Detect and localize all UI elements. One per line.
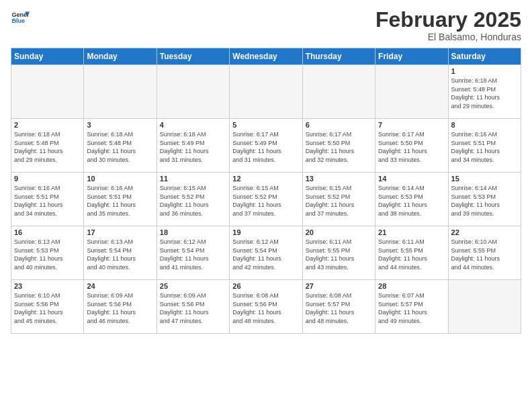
calendar-cell: 11Sunrise: 6:15 AM Sunset: 5:52 PM Dayli…: [157, 173, 229, 226]
col-monday: Monday: [84, 48, 157, 65]
calendar-cell: 20Sunrise: 6:11 AM Sunset: 5:55 PM Dayli…: [302, 226, 375, 280]
calendar-week-4: 23Sunrise: 6:10 AM Sunset: 5:56 PM Dayli…: [11, 280, 521, 334]
day-info: Sunrise: 6:13 AM Sunset: 5:53 PM Dayligh…: [14, 238, 81, 271]
day-info: Sunrise: 6:13 AM Sunset: 5:54 PM Dayligh…: [87, 238, 153, 271]
calendar-cell: [302, 65, 375, 119]
calendar-week-0: 1Sunrise: 6:18 AM Sunset: 5:48 PM Daylig…: [11, 65, 521, 119]
calendar-cell: 27Sunrise: 6:08 AM Sunset: 5:57 PM Dayli…: [302, 280, 375, 334]
calendar-cell: [11, 65, 84, 119]
day-info: Sunrise: 6:15 AM Sunset: 5:52 PM Dayligh…: [306, 184, 372, 218]
calendar-cell: 2Sunrise: 6:18 AM Sunset: 5:48 PM Daylig…: [11, 119, 84, 173]
day-info: Sunrise: 6:07 AM Sunset: 5:57 PM Dayligh…: [378, 291, 445, 325]
col-thursday: Thursday: [302, 48, 375, 65]
calendar-subtitle: El Balsamo, Honduras: [375, 32, 521, 42]
calendar-cell: 24Sunrise: 6:09 AM Sunset: 5:56 PM Dayli…: [84, 280, 157, 334]
day-number: 6: [306, 121, 372, 129]
day-info: Sunrise: 6:16 AM Sunset: 5:51 PM Dayligh…: [87, 184, 153, 218]
day-info: Sunrise: 6:08 AM Sunset: 5:56 PM Dayligh…: [232, 291, 299, 325]
day-number: 19: [232, 228, 299, 236]
calendar-cell: 18Sunrise: 6:12 AM Sunset: 5:54 PM Dayli…: [157, 226, 229, 280]
day-number: 27: [306, 282, 372, 290]
day-info: Sunrise: 6:14 AM Sunset: 5:53 PM Dayligh…: [451, 184, 518, 218]
header-row: Sunday Monday Tuesday Wednesday Thursday…: [11, 48, 521, 65]
calendar-cell: 14Sunrise: 6:14 AM Sunset: 5:53 PM Dayli…: [375, 173, 448, 226]
header: General Blue February 2025 El Balsamo, H…: [11, 8, 521, 42]
day-info: Sunrise: 6:15 AM Sunset: 5:52 PM Dayligh…: [232, 184, 299, 218]
day-info: Sunrise: 6:10 AM Sunset: 5:56 PM Dayligh…: [14, 291, 81, 325]
day-number: 11: [160, 175, 226, 183]
day-number: 18: [160, 228, 226, 236]
day-number: 14: [378, 175, 445, 183]
col-friday: Friday: [375, 48, 448, 65]
calendar-title: February 2025: [375, 8, 521, 32]
col-saturday: Saturday: [448, 48, 521, 65]
day-number: 12: [232, 175, 299, 183]
day-info: Sunrise: 6:17 AM Sunset: 5:50 PM Dayligh…: [378, 130, 445, 164]
day-number: 22: [451, 228, 518, 236]
calendar-cell: 25Sunrise: 6:09 AM Sunset: 5:56 PM Dayli…: [157, 280, 229, 334]
day-info: Sunrise: 6:09 AM Sunset: 5:56 PM Dayligh…: [87, 291, 153, 325]
day-number: 7: [378, 121, 445, 129]
col-tuesday: Tuesday: [157, 48, 229, 65]
calendar-cell: [157, 65, 229, 119]
calendar-cell: 5Sunrise: 6:17 AM Sunset: 5:49 PM Daylig…: [230, 119, 302, 173]
calendar-cell: 9Sunrise: 6:16 AM Sunset: 5:51 PM Daylig…: [11, 173, 84, 226]
col-wednesday: Wednesday: [230, 48, 302, 65]
page: General Blue February 2025 El Balsamo, H…: [0, 0, 532, 411]
day-number: 13: [306, 175, 372, 183]
day-info: Sunrise: 6:14 AM Sunset: 5:53 PM Dayligh…: [378, 184, 445, 218]
calendar-cell: 7Sunrise: 6:17 AM Sunset: 5:50 PM Daylig…: [375, 119, 448, 173]
day-number: 15: [451, 175, 518, 183]
day-info: Sunrise: 6:10 AM Sunset: 5:55 PM Dayligh…: [451, 238, 518, 271]
day-number: 10: [87, 175, 153, 183]
calendar-week-1: 2Sunrise: 6:18 AM Sunset: 5:48 PM Daylig…: [11, 119, 521, 173]
day-number: 3: [87, 121, 153, 129]
calendar-cell: 4Sunrise: 6:18 AM Sunset: 5:49 PM Daylig…: [157, 119, 229, 173]
day-number: 16: [14, 228, 81, 236]
calendar-cell: 19Sunrise: 6:12 AM Sunset: 5:54 PM Dayli…: [230, 226, 302, 280]
calendar-table: Sunday Monday Tuesday Wednesday Thursday…: [11, 48, 521, 334]
calendar-cell: 17Sunrise: 6:13 AM Sunset: 5:54 PM Dayli…: [84, 226, 157, 280]
day-info: Sunrise: 6:11 AM Sunset: 5:55 PM Dayligh…: [378, 238, 445, 271]
day-number: 23: [14, 282, 81, 290]
day-number: 20: [306, 228, 372, 236]
calendar-cell: 23Sunrise: 6:10 AM Sunset: 5:56 PM Dayli…: [11, 280, 84, 334]
calendar-cell: 21Sunrise: 6:11 AM Sunset: 5:55 PM Dayli…: [375, 226, 448, 280]
day-number: 26: [232, 282, 299, 290]
day-info: Sunrise: 6:16 AM Sunset: 5:51 PM Dayligh…: [451, 130, 518, 164]
day-info: Sunrise: 6:18 AM Sunset: 5:49 PM Dayligh…: [160, 130, 226, 164]
day-info: Sunrise: 6:18 AM Sunset: 5:48 PM Dayligh…: [451, 77, 518, 110]
calendar-week-2: 9Sunrise: 6:16 AM Sunset: 5:51 PM Daylig…: [11, 173, 521, 226]
day-info: Sunrise: 6:17 AM Sunset: 5:50 PM Dayligh…: [306, 130, 372, 164]
day-number: 4: [160, 121, 226, 129]
calendar-cell: [448, 280, 521, 334]
day-number: 28: [378, 282, 445, 290]
day-info: Sunrise: 6:12 AM Sunset: 5:54 PM Dayligh…: [232, 238, 299, 271]
logo-icon: General Blue: [11, 8, 30, 27]
calendar-cell: 12Sunrise: 6:15 AM Sunset: 5:52 PM Dayli…: [230, 173, 302, 226]
day-number: 9: [14, 175, 81, 183]
day-info: Sunrise: 6:11 AM Sunset: 5:55 PM Dayligh…: [306, 238, 372, 271]
svg-text:Blue: Blue: [11, 17, 25, 24]
day-number: 21: [378, 228, 445, 236]
day-number: 24: [87, 282, 153, 290]
title-block: February 2025 El Balsamo, Honduras: [375, 8, 521, 42]
day-number: 2: [14, 121, 81, 129]
calendar-cell: 13Sunrise: 6:15 AM Sunset: 5:52 PM Dayli…: [302, 173, 375, 226]
calendar-cell: [230, 65, 302, 119]
day-info: Sunrise: 6:18 AM Sunset: 5:48 PM Dayligh…: [87, 130, 153, 164]
calendar-cell: 22Sunrise: 6:10 AM Sunset: 5:55 PM Dayli…: [448, 226, 521, 280]
day-info: Sunrise: 6:09 AM Sunset: 5:56 PM Dayligh…: [160, 291, 226, 325]
calendar-week-3: 16Sunrise: 6:13 AM Sunset: 5:53 PM Dayli…: [11, 226, 521, 280]
calendar-cell: 6Sunrise: 6:17 AM Sunset: 5:50 PM Daylig…: [302, 119, 375, 173]
logo: General Blue: [11, 8, 31, 27]
calendar-cell: 8Sunrise: 6:16 AM Sunset: 5:51 PM Daylig…: [448, 119, 521, 173]
day-info: Sunrise: 6:18 AM Sunset: 5:48 PM Dayligh…: [14, 130, 81, 164]
day-info: Sunrise: 6:15 AM Sunset: 5:52 PM Dayligh…: [160, 184, 226, 218]
day-info: Sunrise: 6:12 AM Sunset: 5:54 PM Dayligh…: [160, 238, 226, 271]
calendar-cell: 28Sunrise: 6:07 AM Sunset: 5:57 PM Dayli…: [375, 280, 448, 334]
calendar-cell: 16Sunrise: 6:13 AM Sunset: 5:53 PM Dayli…: [11, 226, 84, 280]
day-number: 17: [87, 228, 153, 236]
day-number: 25: [160, 282, 226, 290]
calendar-cell: 15Sunrise: 6:14 AM Sunset: 5:53 PM Dayli…: [448, 173, 521, 226]
